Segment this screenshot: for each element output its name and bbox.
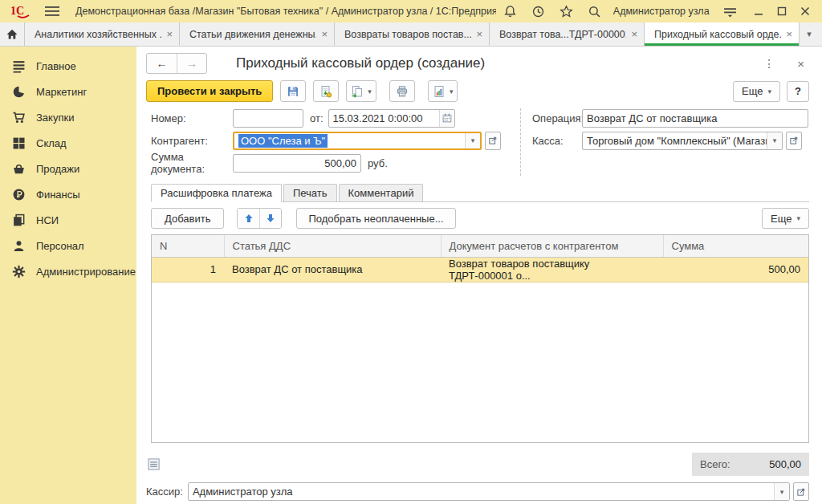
tab-cashflow-items[interactable]: Статьи движения денежны... ×: [180, 22, 335, 46]
cell-settlement-doc[interactable]: Возврат товаров поставщику ТДРТ-000001 о…: [441, 257, 663, 282]
help-button[interactable]: ?: [787, 81, 809, 102]
back-button[interactable]: ←: [147, 54, 177, 73]
table-more-button[interactable]: Еще ▾: [762, 208, 809, 229]
chevron-down-icon: ▾: [767, 87, 771, 96]
sidebar-item-marketing[interactable]: Маркетинг: [0, 79, 136, 104]
total-box: Всего: 500,00: [692, 453, 809, 476]
number-label: Номер:: [151, 112, 233, 124]
search-button[interactable]: [588, 5, 601, 18]
home-tab[interactable]: [0, 22, 25, 46]
current-user[interactable]: Администратор узла: [613, 6, 710, 17]
sidebar-item-masterdata[interactable]: НСИ: [0, 207, 136, 233]
post-and-close-button[interactable]: Провести и закрыть: [146, 80, 273, 102]
tab-payment-details[interactable]: Расшифровка платежа: [151, 184, 282, 202]
save-button[interactable]: [280, 80, 306, 102]
cell-sum[interactable]: 500,00: [663, 257, 808, 282]
column-header-sum[interactable]: Сумма: [663, 235, 808, 257]
counterparty-input[interactable]: ООО "Слеза и Ъ" ▾: [233, 132, 482, 150]
warehouse-grid-icon: [12, 136, 26, 150]
tab-comment[interactable]: Комментарий: [339, 184, 424, 201]
history-button[interactable]: [531, 5, 545, 18]
operation-input[interactable]: Возврат ДС от поставщика: [582, 109, 808, 128]
column-header-n[interactable]: N: [152, 235, 224, 257]
cashbox-input[interactable]: Торговый дом "Комплексный" (Магазин "Пр …: [582, 132, 783, 150]
pick-unpaid-button[interactable]: Подобрать неоплаченные...: [296, 208, 455, 229]
total-value: 500,00: [769, 458, 801, 470]
floppy-disk-icon: [287, 85, 299, 98]
sidebar-item-warehouse[interactable]: Склад: [0, 130, 136, 156]
date-input[interactable]: 15.03.2021 0:00:00: [328, 109, 455, 128]
create-based-on-button[interactable]: ▾: [346, 80, 376, 102]
column-header-settlement-doc[interactable]: Документ расчетов с контрагентом: [441, 235, 663, 257]
print-button[interactable]: [389, 80, 415, 102]
move-down-button[interactable]: [259, 209, 281, 228]
service-menu-button[interactable]: [723, 5, 737, 18]
tab-close-icon[interactable]: ×: [631, 29, 637, 39]
amount-input[interactable]: 500,00: [233, 154, 361, 173]
menu-lines-icon: [12, 59, 26, 73]
app-logo: 1С: [10, 3, 34, 19]
chevron-down-icon: ▾: [796, 214, 800, 222]
tab-return-document[interactable]: Возврат това...ТДРТ-000001 ×: [490, 22, 645, 46]
counterparty-open-button[interactable]: [485, 132, 501, 150]
table-row[interactable]: 1 Возврат ДС от поставщика Возврат товар…: [152, 257, 808, 282]
more-button[interactable]: Еще ▾: [733, 81, 780, 102]
books-icon: [12, 213, 26, 227]
cell-row-number[interactable]: 1: [152, 257, 224, 282]
note-lines-icon: [148, 458, 160, 470]
tab-label: Возврат това...ТДРТ-000001: [499, 29, 626, 40]
tab-returns-list[interactable]: Возвраты товаров постав... ×: [335, 22, 490, 46]
sidebar-item-purchases[interactable]: Закупки: [0, 104, 136, 130]
kebab-menu-icon[interactable]: ⋮: [763, 57, 775, 70]
tab-close-icon[interactable]: ×: [166, 29, 173, 39]
favorites-button[interactable]: [560, 5, 573, 18]
payment-details-table: N Статья ДДС Документ расчетов с контраг…: [151, 234, 809, 443]
calendar-icon: [442, 113, 452, 123]
notifications-button[interactable]: [503, 5, 517, 18]
onec-logo-icon: 1С: [10, 3, 34, 19]
cell-cashflow-item[interactable]: Возврат ДС от поставщика: [224, 257, 441, 282]
form-close-icon[interactable]: ×: [797, 57, 804, 71]
tab-label: Статьи движения денежны...: [189, 29, 316, 40]
tab-analytics[interactable]: Аналитики хозяйственных ... ×: [25, 22, 180, 46]
tab-overflow-button[interactable]: ▾: [800, 22, 819, 46]
currency-label: руб.: [368, 157, 388, 169]
forward-button[interactable]: →: [177, 54, 206, 73]
tab-print[interactable]: Печать: [283, 184, 337, 201]
counterparty-dropdown-button[interactable]: ▾: [465, 133, 480, 148]
footer-note-button[interactable]: [148, 458, 160, 470]
cashier-input[interactable]: Администратор узла ▾: [188, 482, 790, 501]
create-based-on-icon: [351, 85, 364, 98]
sidebar-item-main[interactable]: Главное: [0, 53, 136, 79]
window-title: Демонстрационная база /Магазин "Бытовая …: [75, 6, 496, 17]
number-input[interactable]: [233, 109, 303, 128]
main-menu-button[interactable]: [45, 6, 59, 17]
reports-button[interactable]: ▾: [428, 80, 458, 102]
tab-close-icon[interactable]: ×: [476, 29, 482, 39]
cashbox-open-button[interactable]: [786, 132, 802, 150]
column-header-cashflow-item[interactable]: Статья ДДС: [224, 235, 441, 257]
move-up-button[interactable]: [238, 209, 259, 228]
close-window-button[interactable]: [797, 4, 814, 18]
tab-cash-receipt-order[interactable]: Приходный кассовый орде... ×: [645, 22, 800, 46]
ruble-coin-icon: [12, 188, 26, 201]
cashbox-dropdown-button[interactable]: ▾: [767, 132, 782, 149]
bell-icon: [503, 5, 517, 18]
tab-close-icon[interactable]: ×: [786, 29, 792, 39]
add-row-button[interactable]: Добавить: [151, 208, 224, 229]
calendar-button[interactable]: [439, 110, 454, 127]
sidebar-item-personnel[interactable]: Персонал: [0, 233, 136, 258]
sidebar-item-finance[interactable]: Финансы: [0, 181, 136, 207]
sidebar-item-label: Склад: [36, 137, 67, 149]
tab-close-icon[interactable]: ×: [321, 29, 328, 39]
cashier-dropdown-button[interactable]: ▾: [774, 483, 789, 500]
maximize-button[interactable]: [774, 4, 791, 18]
sidebar-item-sales[interactable]: Продажи: [0, 156, 136, 181]
sidebar-item-administration[interactable]: Администрирование: [0, 258, 136, 284]
navigation-buttons: ← →: [146, 53, 207, 74]
form-header: ← → Приходный кассовый ордер (создание) …: [146, 51, 809, 75]
cashier-label: Кассир:: [146, 486, 183, 498]
cashier-open-button[interactable]: [793, 482, 809, 501]
post-document-button[interactable]: [313, 80, 339, 102]
minimize-button[interactable]: [751, 4, 767, 18]
